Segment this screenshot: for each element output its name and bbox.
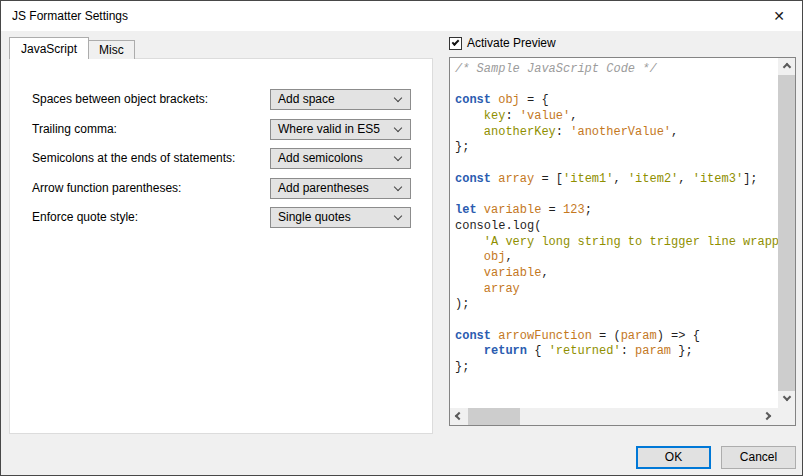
chevron-right-icon [763, 412, 771, 420]
code-line: let variable = 123; [455, 203, 773, 219]
tab-misc[interactable]: Misc [89, 40, 135, 59]
code-line: const arrowFunction = (param) => { [455, 329, 773, 345]
code-line: anotherKey: 'anotherValue', [455, 125, 773, 141]
code-line: const array = ['item1', 'item2', 'item3'… [455, 172, 773, 188]
code-line: ); [455, 297, 773, 313]
tab-javascript[interactable]: JavaScript [9, 37, 89, 59]
vertical-scrollbar[interactable] [778, 58, 795, 408]
chevron-up-icon [782, 63, 790, 71]
setting-row-semicolons-at-ends-of-statements: Semicolons at the ends of statements:Add… [10, 148, 432, 169]
tab-javascript-label: JavaScript [21, 42, 77, 56]
code-line [455, 156, 773, 172]
chevron-down-icon [395, 125, 405, 135]
scroll-down-button[interactable] [778, 391, 795, 408]
setting-label-arrow-function-parentheses: Arrow function parentheses: [32, 178, 181, 199]
activate-preview-row: Activate Preview [449, 36, 556, 51]
chevron-down-icon [395, 184, 405, 194]
dropdown-enforce-quote-style[interactable]: Single quotes [270, 207, 411, 228]
chevron-left-icon [455, 412, 463, 420]
chevron-down-icon [395, 213, 405, 223]
code-line: key: 'value', [455, 109, 773, 125]
chevron-down-icon [395, 95, 405, 105]
dropdown-arrow-function-parentheses[interactable]: Add parentheses [270, 178, 411, 199]
code-line: return { 'returned': param }; [455, 344, 773, 360]
scroll-left-button[interactable] [450, 408, 467, 425]
setting-label-semicolons-at-ends-of-statements: Semicolons at the ends of statements: [32, 148, 235, 169]
check-icon [452, 38, 460, 46]
setting-row-enforce-quote-style: Enforce quote style:Single quotes [10, 207, 432, 228]
close-icon: ✕ [773, 8, 785, 24]
dropdown-value: Add semicolons [278, 149, 363, 168]
close-button[interactable]: ✕ [756, 1, 802, 31]
code-line: 'A very long string to trigger line wrap… [455, 235, 773, 251]
dropdown-spaces-between-object-brackets[interactable]: Add space [270, 89, 411, 110]
horizontal-scrollbar-thumb[interactable] [468, 408, 520, 425]
scroll-right-button[interactable] [761, 408, 778, 425]
setting-row-arrow-function-parentheses: Arrow function parentheses:Add parenthes… [10, 178, 432, 199]
js-formatter-settings-dialog: JS Formatter Settings ✕ JavaScript Misc … [0, 0, 803, 476]
title-bar: JS Formatter Settings ✕ [1, 1, 802, 31]
code-preview-text: /* Sample JavaScript Code */ const obj =… [450, 58, 778, 408]
activate-preview-checkbox[interactable] [449, 37, 462, 50]
code-preview-panel: /* Sample JavaScript Code */ const obj =… [449, 57, 796, 426]
dropdown-trailing-comma[interactable]: Where valid in ES5 [270, 119, 411, 140]
chevron-down-icon [395, 154, 405, 164]
setting-label-spaces-between-object-brackets: Spaces between object brackets: [32, 89, 208, 110]
code-line: /* Sample JavaScript Code */ [455, 62, 773, 78]
code-line: const obj = { [455, 93, 773, 109]
scrollbar-corner [778, 408, 795, 425]
code-line [455, 188, 773, 204]
code-line: array [455, 282, 773, 298]
javascript-settings-panel: Spaces between object brackets:Add space… [9, 58, 433, 434]
cancel-button[interactable]: Cancel [721, 446, 796, 469]
code-line: obj, [455, 250, 773, 266]
dropdown-value: Single quotes [278, 208, 351, 227]
code-line [455, 78, 773, 94]
chevron-down-icon [782, 393, 790, 401]
code-line: }; [455, 140, 773, 156]
setting-row-trailing-comma: Trailing comma:Where valid in ES5 [10, 119, 432, 140]
scroll-up-button[interactable] [778, 58, 795, 75]
dropdown-value: Where valid in ES5 [278, 120, 380, 139]
setting-row-spaces-between-object-brackets: Spaces between object brackets:Add space [10, 89, 432, 110]
code-line: }; [455, 360, 773, 376]
activate-preview-label: Activate Preview [467, 36, 556, 51]
code-line: variable, [455, 266, 773, 282]
code-line: console.log( [455, 219, 773, 235]
code-line [455, 313, 773, 329]
setting-label-enforce-quote-style: Enforce quote style: [32, 207, 138, 228]
horizontal-scrollbar[interactable] [450, 408, 778, 425]
dropdown-value: Add parentheses [278, 179, 369, 198]
tab-misc-label: Misc [99, 43, 124, 57]
tab-strip: JavaScript Misc [9, 37, 135, 59]
ok-button[interactable]: OK [636, 446, 711, 469]
dropdown-semicolons-at-ends-of-statements[interactable]: Add semicolons [270, 148, 411, 169]
vertical-scrollbar-thumb[interactable] [778, 75, 795, 391]
window-title: JS Formatter Settings [12, 1, 128, 31]
setting-label-trailing-comma: Trailing comma: [32, 119, 117, 140]
dropdown-value: Add space [278, 90, 335, 109]
